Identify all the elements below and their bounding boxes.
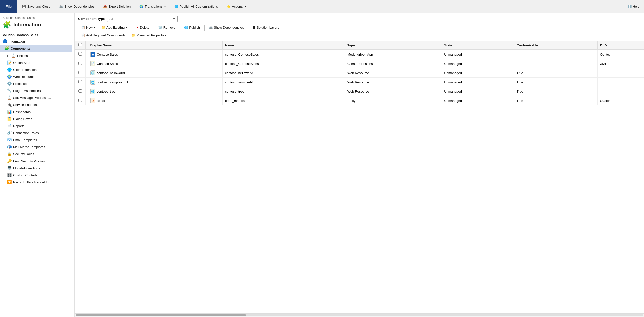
row-checkbox-0[interactable] — [78, 52, 82, 56]
nav-label-field-security: Field Security Profiles — [13, 159, 45, 163]
sidebar-item-dialog-boxes[interactable]: 🗂️Dialog Boxes — [0, 115, 72, 122]
sidebar-item-entities[interactable]: ▶📋Entities — [0, 52, 72, 59]
refresh-icon[interactable]: ↻ — [605, 44, 607, 47]
row-checkbox-5[interactable] — [78, 99, 82, 102]
row-checkbox-4[interactable] — [78, 89, 82, 93]
row-state-3: Unmanaged — [441, 78, 514, 87]
sidebar-item-dashboards[interactable]: 📊Dashboards — [0, 108, 72, 115]
sidebar-item-email-templates[interactable]: 📧Email Templates — [0, 136, 72, 143]
sidebar-item-record-filters[interactable]: 🔽Record Filters Record Fil... — [0, 179, 72, 186]
sidebar-item-web-resources[interactable]: 🌍Web Resources — [0, 73, 72, 80]
publish-button[interactable]: 🌐 Publish — [181, 24, 203, 31]
horizontal-scroll-thumb[interactable] — [76, 314, 246, 316]
table-row[interactable]: 📄Contoso Salescontoso_ContosoSalesClient… — [75, 59, 644, 68]
row-description-4 — [597, 87, 644, 96]
sidebar-item-security-roles[interactable]: 🔒Security Roles — [0, 150, 72, 157]
add-required-icon: 📋 — [81, 33, 85, 37]
translations-label: Translations — [145, 5, 162, 8]
sidebar-item-model-driven-apps[interactable]: 🖥️Model-driven Apps — [0, 165, 72, 172]
file-button[interactable]: File — [0, 0, 17, 13]
table-row[interactable]: 🌐contoso_treecontoso_treeWeb ResourceUnm… — [75, 87, 644, 96]
new-button[interactable]: 📋 New ▾ — [78, 24, 98, 31]
row-display-name-text-3: contoso_sample-html — [97, 80, 128, 84]
component-type-select[interactable]: AllEntitiesOption SetsWeb ResourcesProce… — [107, 16, 178, 22]
bottom-scrollbar[interactable] — [75, 313, 644, 317]
show-dep-icon: 🖨️ — [59, 5, 63, 8]
add-existing-button[interactable]: 📁 Add Existing ▾ — [99, 24, 130, 31]
nav-label-dialog-boxes: Dialog Boxes — [13, 117, 32, 121]
row-checkbox-3[interactable] — [78, 80, 82, 83]
managed-properties-button[interactable]: 📁 Managed Properties — [129, 32, 169, 38]
save-close-button[interactable]: 💾 Save and Close — [19, 3, 53, 10]
nav-icon-mail-merge: 📬 — [7, 145, 12, 149]
col-description[interactable]: D ↻ — [597, 41, 644, 49]
actions-button[interactable]: ⭐ Actions ▾ — [224, 3, 249, 10]
sidebar-item-client-extensions[interactable]: 🌐Client Extensions — [0, 66, 72, 73]
sidebar-item-components[interactable]: 🧩Components — [0, 45, 72, 52]
select-all-checkbox[interactable] — [78, 43, 82, 46]
row-type-icon-1: 📄 — [90, 61, 95, 66]
delete-button[interactable]: ✕ Delete — [133, 24, 152, 31]
toolbar-row-1: 📋 New ▾ 📁 Add Existing ▾ ✕ Delete — [78, 24, 641, 31]
row-customizable-2: True — [514, 68, 597, 78]
col-display-name[interactable]: Display Name ↑ — [88, 41, 222, 49]
delete-label: Delete — [140, 26, 149, 29]
publish-all-icon: 🌐 — [174, 5, 178, 8]
col-customizable[interactable]: Customizable — [514, 41, 597, 49]
sidebar-item-sdk-message[interactable]: 📋Sdk Message Processin... — [0, 94, 72, 101]
show-dep-content-label: Show Dependencies — [214, 26, 244, 29]
solution-layers-button[interactable]: ☰ Solution Layers — [250, 24, 282, 31]
show-dependencies-ribbon-button[interactable]: 🖨️ Show Dependencies — [56, 3, 97, 10]
table-row[interactable]: 🌐contoso_sample-htmlcontoso_sample-htmlW… — [75, 78, 644, 87]
row-state-1: Unmanaged — [441, 59, 514, 68]
export-solution-button[interactable]: 📤 Export Solution — [100, 3, 133, 10]
expand-icon-entities[interactable]: ▶ — [7, 54, 9, 57]
row-type-icon-5: ⚙ — [90, 98, 95, 103]
nav-label-record-filters: Record Filters Record Fil... — [13, 180, 52, 184]
sidebar-item-custom-controls[interactable]: 🎛️Custom Controls — [0, 172, 72, 179]
row-checkbox-1[interactable] — [78, 62, 82, 65]
row-description-2 — [597, 68, 644, 78]
horizontal-scroll-track[interactable] — [76, 314, 643, 316]
sidebar-item-service-endpoints[interactable]: 🔌Service Endpoints — [0, 101, 72, 108]
table-row[interactable]: 🌐contoso_helloworldcontoso_helloworldWeb… — [75, 68, 644, 78]
sidebar-item-plugin-assemblies[interactable]: 🔧Plug-in Assemblies — [0, 87, 72, 94]
translations-button[interactable]: 🌍 Translations ▾ — [137, 3, 168, 10]
sidebar-item-reports[interactable]: 📄Reports — [0, 122, 72, 129]
row-display-name-text-4: contoso_tree — [97, 90, 116, 93]
col-name[interactable]: Name — [222, 41, 345, 49]
nav-icon-dashboards: 📊 — [7, 110, 12, 114]
remove-button[interactable]: 🗑️ Remove — [155, 24, 178, 31]
sidebar-item-field-security[interactable]: 🔑Field Security Profiles — [0, 157, 72, 165]
sidebar-item-processes[interactable]: ⚙️Processes — [0, 80, 72, 87]
sidebar-item-information[interactable]: 🔵Information — [0, 38, 72, 45]
row-state-5: Unmanaged — [441, 96, 514, 105]
publish-all-button[interactable]: 🌐 Publish All Customizations — [172, 3, 221, 10]
table-row[interactable]: ⚙cs listcre8f_matplistEntityUnmanagedTru… — [75, 96, 644, 105]
col-type[interactable]: Type — [345, 41, 441, 49]
row-icon-spacer-5 — [85, 96, 88, 105]
nav-icon-field-security: 🔑 — [7, 159, 12, 163]
row-type-4: Web Resource — [345, 87, 441, 96]
table-body: ▣Contoso Salescontoso_ContosoSalesModel-… — [75, 49, 644, 105]
sidebar-item-mail-merge[interactable]: 📬Mail Merge Templates — [0, 143, 72, 150]
help-button[interactable]: ℹ️ Help — [625, 4, 642, 9]
sidebar-item-option-sets[interactable]: 📝Option Sets — [0, 59, 72, 66]
sidebar-item-connection-roles[interactable]: 🔗Connection Roles — [0, 129, 72, 136]
table-row[interactable]: ▣Contoso Salescontoso_ContosoSalesModel-… — [75, 49, 644, 59]
separator-3 — [135, 3, 135, 11]
add-required-button[interactable]: 📋 Add Required Components — [78, 32, 128, 38]
col-checkbox[interactable] — [75, 41, 85, 49]
show-dep-content-button[interactable]: 🖨️ Show Dependencies — [206, 24, 247, 31]
toolbar-sep-1 — [132, 25, 132, 31]
nav-label-option-sets: Option Sets — [13, 61, 30, 65]
nav-label-mail-merge: Mail Merge Templates — [13, 145, 45, 149]
help-label: Help — [633, 5, 639, 8]
main-layout: Solution: Contoso Sales 🧩 Information So… — [0, 13, 644, 317]
nav-label-client-extensions: Client Extensions — [13, 68, 38, 72]
col-state[interactable]: State — [441, 41, 514, 49]
show-dep-content-icon: 🖨️ — [209, 26, 213, 29]
row-checkbox-2[interactable] — [78, 71, 82, 74]
display-name-header-text: Display Name — [90, 43, 112, 47]
row-name-2: contoso_helloworld — [222, 68, 345, 78]
